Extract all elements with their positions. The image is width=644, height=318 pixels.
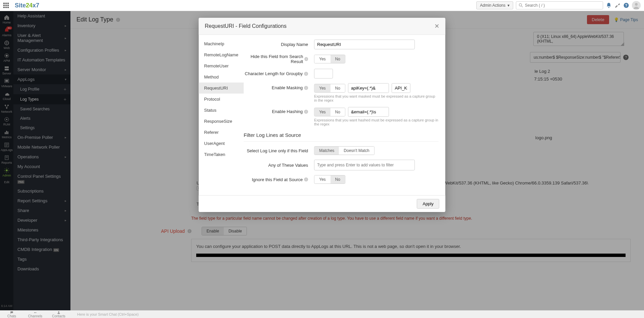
display-name-input[interactable] bbox=[314, 40, 415, 49]
bottom-bar: Chats Channels Contacts Here is your Sma… bbox=[0, 310, 644, 318]
filter-section-header: Filter Log Lines at Source bbox=[244, 131, 439, 142]
label-select-line: Select Log Line only if this Field bbox=[247, 148, 308, 153]
toggle-no[interactable]: No bbox=[330, 108, 345, 116]
bb-contacts[interactable]: Contacts bbox=[47, 311, 70, 318]
label-hashing: Enable Hashing bbox=[272, 109, 303, 114]
svg-text:?: ? bbox=[625, 3, 627, 7]
field-item-active[interactable]: RequestURI bbox=[199, 83, 244, 94]
svg-rect-0 bbox=[3, 3, 5, 4]
modal-field-list: MachineIp RemoteLogName RemoteUser Metho… bbox=[199, 35, 244, 195]
bb-channels[interactable]: Channels bbox=[23, 311, 47, 318]
close-icon[interactable]: ✕ bbox=[434, 22, 439, 30]
svg-point-14 bbox=[635, 3, 638, 6]
field-item[interactable]: RemoteLogName bbox=[199, 49, 244, 60]
apply-button[interactable]: Apply bbox=[417, 199, 439, 209]
toggle-matches[interactable]: Matches bbox=[315, 147, 339, 155]
modal-form: Display Name Hide this Field from Search… bbox=[244, 35, 445, 195]
modal-header: RequestURI - Field Configurations ✕ bbox=[199, 18, 445, 35]
field-item[interactable]: Referer bbox=[199, 127, 244, 138]
hashing-regex-input[interactable] bbox=[348, 107, 389, 117]
info-icon[interactable]: i bbox=[305, 57, 308, 61]
modal-title: RequestURI - Field Configurations bbox=[205, 23, 287, 29]
apps-grid-icon[interactable] bbox=[3, 3, 9, 8]
svg-rect-7 bbox=[5, 7, 7, 8]
logo[interactable]: Site24x7 bbox=[15, 2, 39, 9]
hashing-hint: Expressions that you want hashed must be… bbox=[314, 118, 439, 126]
field-item[interactable]: Protocol bbox=[199, 94, 244, 105]
toggle-yes[interactable]: Yes bbox=[315, 108, 331, 116]
info-icon[interactable]: i bbox=[304, 86, 308, 90]
label-ignore-source: Ignore this Field at Source bbox=[252, 177, 303, 182]
toggle-doesnt-match[interactable]: Doesn't Match bbox=[339, 147, 374, 155]
field-item[interactable]: TimeTaken bbox=[199, 149, 244, 160]
masking-regex-input[interactable] bbox=[348, 83, 389, 93]
match-toggle[interactable]: Matches Doesn't Match bbox=[314, 146, 375, 155]
svg-rect-8 bbox=[7, 7, 9, 8]
toggle-yes[interactable]: Yes bbox=[315, 175, 331, 183]
toggle-no[interactable]: No bbox=[330, 84, 345, 92]
svg-rect-1 bbox=[5, 3, 7, 4]
hide-field-toggle[interactable]: Yes No bbox=[314, 55, 345, 63]
svg-point-40 bbox=[58, 311, 59, 313]
modal-overlay[interactable]: RequestURI - Field Configurations ✕ Mach… bbox=[0, 11, 644, 318]
global-search[interactable] bbox=[516, 1, 603, 9]
field-item[interactable]: Status bbox=[199, 105, 244, 116]
search-icon bbox=[519, 3, 523, 7]
filter-values-input[interactable] bbox=[314, 160, 415, 170]
svg-rect-2 bbox=[7, 3, 9, 4]
notification-icon[interactable] bbox=[606, 2, 612, 8]
char-len-input[interactable] bbox=[314, 69, 333, 78]
help-icon[interactable]: ? bbox=[623, 2, 629, 8]
masking-hint: Expressions that you want masked must be… bbox=[314, 94, 439, 102]
toggle-yes[interactable]: Yes bbox=[315, 55, 331, 63]
label-any-values: Any of These Values bbox=[268, 163, 308, 168]
label-masking: Enable Masking bbox=[272, 85, 303, 90]
masking-toggle[interactable]: Yes No bbox=[314, 84, 345, 93]
info-icon[interactable]: i bbox=[304, 110, 308, 114]
svg-rect-4 bbox=[5, 5, 7, 6]
svg-rect-3 bbox=[3, 5, 5, 6]
label-hide-field: Hide this Field from Search Result bbox=[244, 54, 303, 64]
info-icon[interactable]: i bbox=[304, 177, 308, 181]
field-config-modal: RequestURI - Field Configurations ✕ Mach… bbox=[199, 18, 445, 212]
modal-footer: Apply bbox=[199, 195, 445, 212]
ignore-source-toggle[interactable]: Yes No bbox=[314, 175, 345, 184]
search-input[interactable] bbox=[525, 3, 600, 8]
svg-line-10 bbox=[522, 6, 523, 7]
user-avatar[interactable] bbox=[632, 1, 641, 10]
svg-point-9 bbox=[519, 4, 522, 6]
info-icon[interactable]: i bbox=[304, 72, 308, 76]
svg-rect-6 bbox=[3, 7, 5, 8]
masking-replace-input[interactable] bbox=[391, 83, 410, 93]
toggle-no[interactable]: No bbox=[330, 55, 345, 63]
bb-chats[interactable]: Chats bbox=[0, 311, 23, 318]
field-item[interactable]: Method bbox=[199, 71, 244, 83]
svg-rect-5 bbox=[7, 5, 9, 6]
svg-point-38 bbox=[34, 312, 35, 313]
svg-point-39 bbox=[36, 312, 37, 313]
wrench-icon[interactable] bbox=[614, 2, 621, 8]
field-item[interactable]: RemoteUser bbox=[199, 60, 244, 71]
hashing-toggle[interactable]: Yes No bbox=[314, 108, 345, 116]
caret-down-icon: ▾ bbox=[507, 3, 509, 8]
field-item[interactable]: ResponseSize bbox=[199, 116, 244, 127]
top-header: Site24x7 Admin Actions ▾ ? bbox=[0, 0, 644, 11]
label-char-len: Character Length for Groupby bbox=[245, 71, 303, 76]
field-item[interactable]: MachineIp bbox=[199, 38, 244, 49]
admin-actions-dropdown[interactable]: Admin Actions ▾ bbox=[476, 1, 513, 9]
field-item[interactable]: UserAgent bbox=[199, 138, 244, 149]
toggle-yes[interactable]: Yes bbox=[315, 84, 331, 92]
label-display-name: Display Name bbox=[281, 42, 308, 47]
smart-chat-hint: Here is your Smart Chat (Ctrl+Space) bbox=[77, 312, 139, 316]
toggle-no[interactable]: No bbox=[330, 175, 345, 183]
